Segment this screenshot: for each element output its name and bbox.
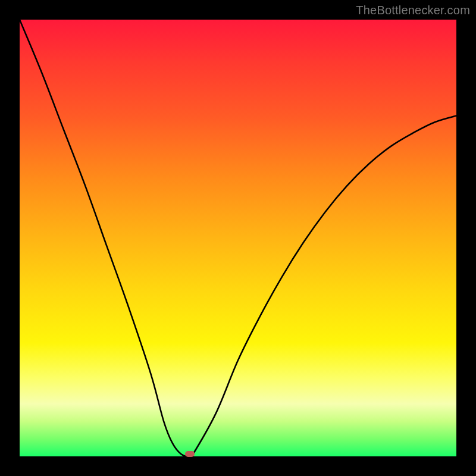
bottleneck-curve <box>20 20 456 456</box>
chart-frame: TheBottlenecker.com <box>0 0 476 476</box>
optimum-marker <box>185 451 195 457</box>
watermark-label: TheBottlenecker.com <box>356 4 470 17</box>
